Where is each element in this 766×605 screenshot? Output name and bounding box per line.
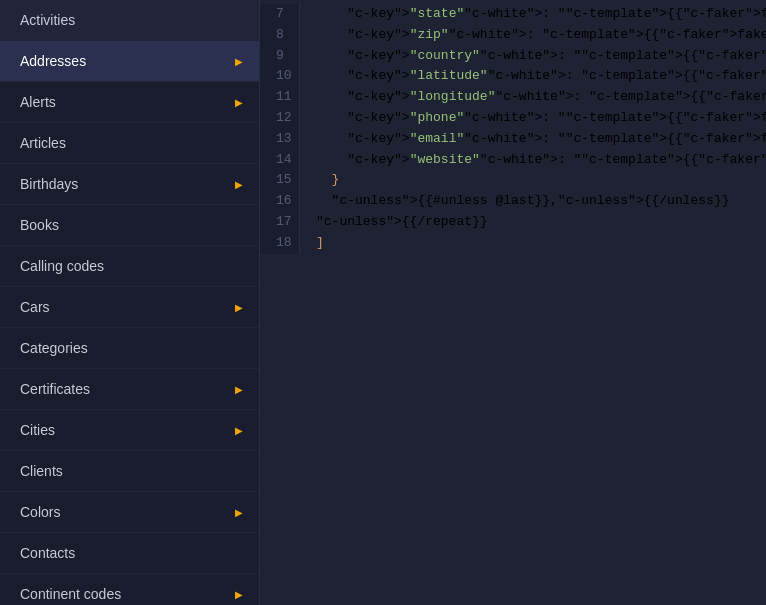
sidebar-item-activities[interactable]: Activities — [0, 0, 259, 41]
code-line: "c-key">"website""c-white">: ""c-templat… — [316, 150, 766, 171]
sidebar-item-label: Clients — [20, 463, 63, 479]
sidebar-item-label: Addresses — [20, 53, 86, 69]
sidebar-item-calling-codes[interactable]: Calling codes — [0, 246, 259, 287]
line-number: 16 — [270, 191, 289, 212]
line-number: 14 — [270, 150, 289, 171]
chevron-right-icon: ▶ — [235, 56, 243, 67]
sidebar-item-label: Activities — [20, 12, 75, 28]
code-line: "c-unless">{{#unless @last}},"c-unless">… — [316, 191, 766, 212]
code-line: "c-key">"phone""c-white">: ""c-template"… — [316, 108, 766, 129]
sidebar-item-categories[interactable]: Categories — [0, 328, 259, 369]
sidebar-item-label: Colors — [20, 504, 60, 520]
line-number: 7 — [270, 4, 289, 25]
line-number: 10 — [270, 66, 289, 87]
code-editor: 789101112131415161718 "c-key">"state""c-… — [260, 0, 766, 605]
code-line: "c-key">"country""c-white">: ""c-templat… — [316, 46, 766, 67]
line-number: 17 — [270, 212, 289, 233]
line-number: 9 — [270, 46, 289, 67]
sidebar-item-cars[interactable]: Cars▶ — [0, 287, 259, 328]
code-line: "c-key">"email""c-white">: ""c-template"… — [316, 129, 766, 150]
sidebar-item-label: Books — [20, 217, 59, 233]
code-line: } — [316, 170, 766, 191]
sidebar-item-clients[interactable]: Clients — [0, 451, 259, 492]
sidebar-item-articles[interactable]: Articles — [0, 123, 259, 164]
line-number: 11 — [270, 87, 289, 108]
sidebar-item-contacts[interactable]: Contacts — [0, 533, 259, 574]
sidebar-item-label: Cities — [20, 422, 55, 438]
sidebar-item-label: Articles — [20, 135, 66, 151]
code-content: "c-key">"state""c-white">: ""c-template"… — [300, 4, 766, 254]
sidebar-item-addresses[interactable]: Addresses▶ — [0, 41, 259, 82]
sidebar-item-certificates[interactable]: Certificates▶ — [0, 369, 259, 410]
line-number: 12 — [270, 108, 289, 129]
sidebar-item-label: Birthdays — [20, 176, 78, 192]
sidebar-item-birthdays[interactable]: Birthdays▶ — [0, 164, 259, 205]
chevron-right-icon: ▶ — [235, 507, 243, 518]
code-line: "c-key">"zip""c-white">: "c-template">{{… — [316, 25, 766, 46]
sidebar-item-colors[interactable]: Colors▶ — [0, 492, 259, 533]
sidebar-item-continent-codes[interactable]: Continent codes▶ — [0, 574, 259, 605]
sidebar-item-cities[interactable]: Cities▶ — [0, 410, 259, 451]
sidebar-item-books[interactable]: Books — [0, 205, 259, 246]
sidebar-item-label: Alerts — [20, 94, 56, 110]
chevron-right-icon: ▶ — [235, 589, 243, 600]
code-line: "c-key">"longitude""c-white">: "c-templa… — [316, 87, 766, 108]
code-line: "c-unless">{{/repeat}} — [316, 212, 766, 233]
sidebar-item-label: Certificates — [20, 381, 90, 397]
code-line: "c-key">"state""c-white">: ""c-template"… — [316, 4, 766, 25]
code-line: "c-key">"latitude""c-white">: "c-templat… — [316, 66, 766, 87]
chevron-right-icon: ▶ — [235, 425, 243, 436]
sidebar-item-alerts[interactable]: Alerts▶ — [0, 82, 259, 123]
chevron-right-icon: ▶ — [235, 302, 243, 313]
chevron-right-icon: ▶ — [235, 179, 243, 190]
sidebar-item-label: Contacts — [20, 545, 75, 561]
sidebar-item-label: Continent codes — [20, 586, 121, 602]
sidebar-item-label: Categories — [20, 340, 88, 356]
chevron-right-icon: ▶ — [235, 384, 243, 395]
line-numbers: 789101112131415161718 — [260, 4, 300, 254]
chevron-right-icon: ▶ — [235, 97, 243, 108]
code-line: ] — [316, 233, 766, 254]
sidebar-item-label: Calling codes — [20, 258, 104, 274]
line-number: 18 — [270, 233, 289, 254]
sidebar: ActivitiesAddresses▶Alerts▶ArticlesBirth… — [0, 0, 260, 605]
line-number: 15 — [270, 170, 289, 191]
sidebar-item-label: Cars — [20, 299, 50, 315]
line-number: 8 — [270, 25, 289, 46]
line-number: 13 — [270, 129, 289, 150]
